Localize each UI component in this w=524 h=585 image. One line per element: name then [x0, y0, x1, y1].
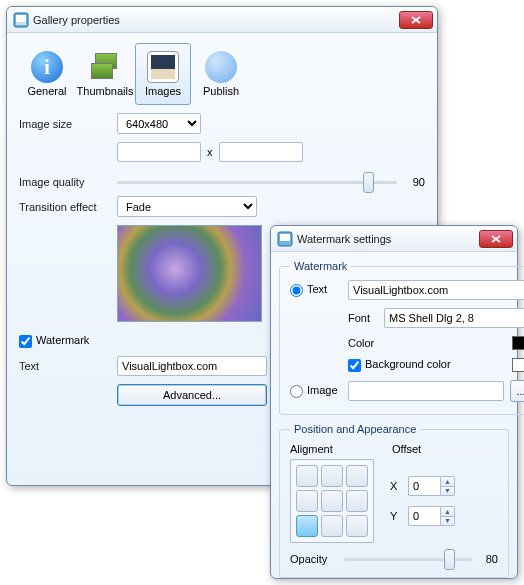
bgcolor-checkbox[interactable] — [348, 359, 361, 372]
titlebar: Gallery properties — [7, 7, 437, 33]
align-br[interactable] — [346, 515, 368, 537]
offset-label: Offset — [392, 443, 421, 455]
app-icon — [277, 231, 293, 247]
advanced-button[interactable]: Advanced... — [117, 384, 267, 406]
transition-preview — [117, 225, 262, 322]
opacity-value: 80 — [478, 553, 498, 565]
close-button[interactable] — [399, 11, 433, 29]
position-group: Position and Appearance Aligment Offset — [279, 423, 509, 578]
align-ml[interactable] — [296, 490, 318, 512]
size-separator: x — [207, 146, 213, 158]
close-icon — [491, 235, 501, 243]
image-quality-slider[interactable] — [117, 181, 397, 184]
offset-y-spinner[interactable]: ▲▼ — [408, 506, 455, 526]
width-input[interactable] — [117, 142, 201, 162]
align-bl[interactable] — [296, 515, 318, 537]
watermark-group: Watermark Text Font Color Background col… — [279, 260, 524, 415]
publish-icon — [205, 51, 237, 83]
offset-y-input[interactable] — [408, 506, 440, 526]
titlebar: Watermark settings — [271, 226, 517, 252]
tab-images[interactable]: Images — [135, 43, 191, 105]
window-title: Watermark settings — [297, 233, 479, 245]
thumbnails-icon — [89, 51, 121, 83]
tab-bar: i General Thumbnails Images Publish — [19, 43, 425, 105]
image-size-select[interactable]: 640x480 — [117, 113, 201, 134]
svg-rect-2 — [16, 22, 26, 25]
spin-up-icon[interactable]: ▲ — [441, 507, 454, 517]
x-label: X — [390, 480, 402, 492]
font-label: Font — [348, 312, 378, 324]
tab-label: General — [27, 85, 66, 97]
align-tc[interactable] — [321, 465, 343, 487]
image-radio[interactable] — [290, 385, 303, 398]
browse-button[interactable]: ... — [510, 380, 524, 402]
tab-label: Publish — [203, 85, 239, 97]
watermark-checkbox[interactable] — [19, 335, 32, 348]
image-radio-label[interactable]: Image — [290, 384, 342, 398]
slider-thumb[interactable] — [363, 172, 374, 193]
watermark-settings-window: Watermark settings Watermark Text Font C… — [270, 225, 518, 579]
color-label: Color — [348, 337, 506, 349]
image-quality-label: Image quality — [19, 176, 111, 188]
tab-publish[interactable]: Publish — [193, 43, 249, 105]
align-tl[interactable] — [296, 465, 318, 487]
info-icon: i — [31, 51, 63, 83]
transition-select[interactable]: Fade — [117, 196, 257, 217]
spin-down-icon[interactable]: ▼ — [441, 517, 454, 526]
transition-label: Transition effect — [19, 201, 111, 213]
image-quality-value: 90 — [403, 176, 425, 188]
images-icon — [147, 51, 179, 83]
watermark-text-label: Text — [19, 360, 111, 372]
y-label: Y — [390, 510, 402, 522]
bgcolor-checkbox-label[interactable]: Background color — [348, 358, 506, 372]
font-input[interactable] — [384, 308, 524, 328]
color-swatch[interactable] — [512, 336, 524, 350]
tab-label: Images — [145, 85, 181, 97]
align-bc[interactable] — [321, 515, 343, 537]
svg-rect-4 — [280, 234, 290, 241]
watermark-text-input[interactable] — [348, 280, 524, 300]
image-path-input[interactable] — [348, 381, 504, 401]
alignment-grid — [290, 459, 374, 543]
opacity-slider[interactable] — [344, 558, 472, 561]
spin-up-icon[interactable]: ▲ — [441, 477, 454, 487]
watermark-group-label: Watermark — [290, 260, 351, 272]
position-group-label: Position and Appearance — [290, 423, 420, 435]
tab-general[interactable]: i General — [19, 43, 75, 105]
app-icon — [13, 12, 29, 28]
text-radio-label[interactable]: Text — [290, 283, 342, 297]
align-mr[interactable] — [346, 490, 368, 512]
bgcolor-swatch[interactable] — [512, 358, 524, 372]
image-size-label: Image size — [19, 118, 111, 130]
close-button[interactable] — [479, 230, 513, 248]
align-tr[interactable] — [346, 465, 368, 487]
watermark-checkbox-label[interactable]: Watermark — [19, 334, 111, 348]
text-radio[interactable] — [290, 284, 303, 297]
window-title: Gallery properties — [33, 14, 399, 26]
spin-down-icon[interactable]: ▼ — [441, 487, 454, 496]
align-mc[interactable] — [321, 490, 343, 512]
opacity-label: Opacity — [290, 553, 338, 565]
tab-thumbnails[interactable]: Thumbnails — [77, 43, 133, 105]
slider-thumb[interactable] — [444, 549, 455, 570]
watermark-text-input[interactable] — [117, 356, 267, 376]
alignment-label: Aligment — [290, 443, 386, 455]
svg-rect-1 — [16, 15, 26, 22]
offset-x-input[interactable] — [408, 476, 440, 496]
offset-x-spinner[interactable]: ▲▼ — [408, 476, 455, 496]
tab-label: Thumbnails — [77, 85, 134, 97]
height-input[interactable] — [219, 142, 303, 162]
close-icon — [411, 16, 421, 24]
